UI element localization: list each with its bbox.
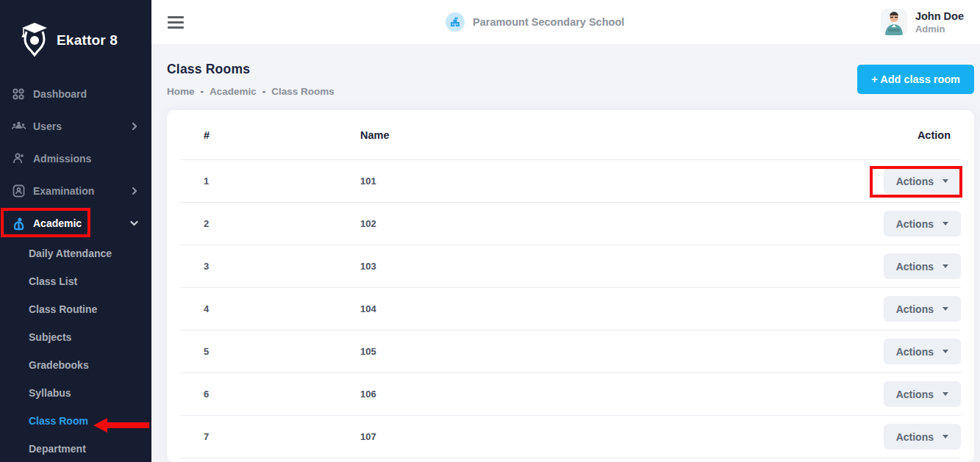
sidebar-subitem-daily-attendance[interactable]: Daily Attendance [0,239,151,267]
actions-label: Actions [896,303,934,315]
caret-down-icon [943,222,948,225]
row-actions-button[interactable]: Actions [884,339,961,364]
page-header: Class Rooms Home - Academic - Class Room… [167,62,974,97]
chevron-down-icon [130,220,138,227]
row-name: 105 [360,346,867,357]
table-row: 2 102 Actions [180,203,961,245]
table-row: 5 105 Actions [180,331,961,373]
column-header-number: # [204,129,360,141]
table-row: 7 107 Actions [180,416,961,458]
page-content: Class Rooms Home - Academic - Class Room… [151,44,980,462]
table-row: 1 101 Actions [180,160,961,203]
row-actions-button[interactable]: Actions [884,296,961,322]
sidebar-item-label: Dashboard [33,88,87,100]
chevron-right-icon [131,187,138,195]
subitem-label: Daily Attendance [29,248,112,259]
brand-name: Ekattor 8 [57,32,118,48]
app-root: Ekattor 8 Dashboard [0,0,980,462]
academic-submenu: Daily Attendance Class List Class Routin… [0,239,151,462]
top-navbar: Paramount Secondary School John Doe [151,0,980,44]
sidebar-subitem-class-routine[interactable]: Class Routine [0,295,151,323]
row-number: 3 [204,261,360,272]
row-number: 7 [204,431,360,442]
row-name: 102 [360,218,867,229]
sidebar-subitem-gradebooks[interactable]: Gradebooks [0,351,151,379]
sidebar-item-label: Academic [33,217,82,229]
add-class-room-button[interactable]: + Add class room [857,65,974,94]
hamburger-menu-icon[interactable] [168,16,184,29]
sidebar-item-label: Users [33,120,62,132]
sidebar-item-users[interactable]: Users [0,110,151,142]
row-number: 6 [204,389,360,400]
caret-down-icon [943,179,948,183]
brand-logo[interactable]: Ekattor 8 [0,0,151,62]
badge-icon [11,184,26,198]
sidebar-subitem-class-list[interactable]: Class List [0,267,151,295]
row-name: 106 [360,389,867,400]
school-building-icon [446,12,465,32]
sidebar-subitem-syllabus[interactable]: Syllabus [0,379,151,407]
actions-label: Actions [896,431,934,443]
breadcrumb-academic[interactable]: Academic [210,86,257,97]
row-actions-button[interactable]: Actions [884,168,961,194]
sidebar-subitem-department[interactable]: Department [0,435,151,462]
user-info: John Doe Admin [915,10,964,35]
user-name: John Doe [915,10,964,24]
school-selector[interactable]: Paramount Secondary School [446,0,624,44]
row-name: 103 [360,261,867,272]
table-row: 4 104 Actions [180,288,961,331]
sidebar-item-academic[interactable]: Academic [0,207,151,239]
table-row: 6 106 Actions [180,373,961,416]
actions-label: Actions [896,261,934,272]
caret-down-icon [943,350,948,353]
row-name: 107 [360,431,867,442]
sidebar-item-label: Examination [33,185,94,197]
breadcrumb-separator: - [262,86,266,97]
row-actions-button[interactable]: Actions [884,211,961,237]
sidebar-subitem-subjects[interactable]: Subjects [0,323,151,351]
subitem-label: Syllabus [29,387,71,399]
user-role: Admin [915,24,964,35]
row-actions-button[interactable]: Actions [884,424,961,450]
row-number: 4 [204,303,360,314]
sidebar-item-admissions[interactable]: Admissions [0,142,151,175]
page-title: Class Rooms [167,62,335,77]
subitem-label: Class Room [29,415,88,427]
row-name: 104 [360,303,867,314]
row-number: 5 [204,346,360,357]
person-add-icon [11,151,26,166]
caret-down-icon [943,435,948,438]
table-row: 3 103 Actions [180,245,961,288]
breadcrumb: Home - Academic - Class Rooms [167,86,335,97]
row-actions-button[interactable]: Actions [884,253,961,279]
caret-down-icon [943,307,948,311]
academic-icon [11,216,26,231]
sidebar-item-dashboard[interactable]: Dashboard [0,78,151,110]
user-avatar [881,9,907,35]
caret-down-icon [943,392,948,396]
breadcrumb-home[interactable]: Home [167,86,195,97]
user-menu[interactable]: John Doe Admin [881,9,964,35]
chevron-right-icon [131,123,138,130]
caret-down-icon [943,264,948,268]
row-number: 1 [204,176,360,187]
subitem-label: Department [29,443,86,455]
row-number: 2 [204,218,360,229]
sidebar-item-label: Admissions [33,153,91,165]
actions-label: Actions [896,346,934,358]
title-block: Class Rooms Home - Academic - Class Room… [167,62,335,97]
sidebar-subitem-class-room[interactable]: Class Room [0,407,151,435]
column-header-action: Action [867,129,961,141]
graduation-cap-pin-icon [19,21,50,59]
dashboard-icon [11,87,26,101]
sidebar-item-examination[interactable]: Examination [0,175,151,207]
sidebar-nav: Dashboard Users [0,78,151,462]
sidebar: Ekattor 8 Dashboard [0,0,151,462]
class-rooms-table-card: # Name Action 1 101 Actions 2 102 Action… [167,110,974,462]
row-name: 101 [360,176,867,187]
row-actions-button[interactable]: Actions [884,381,961,407]
breadcrumb-separator: - [201,86,204,97]
subitem-label: Class List [29,275,77,287]
main-area: Paramount Secondary School John Doe [151,0,980,462]
column-header-name: Name [360,129,867,141]
